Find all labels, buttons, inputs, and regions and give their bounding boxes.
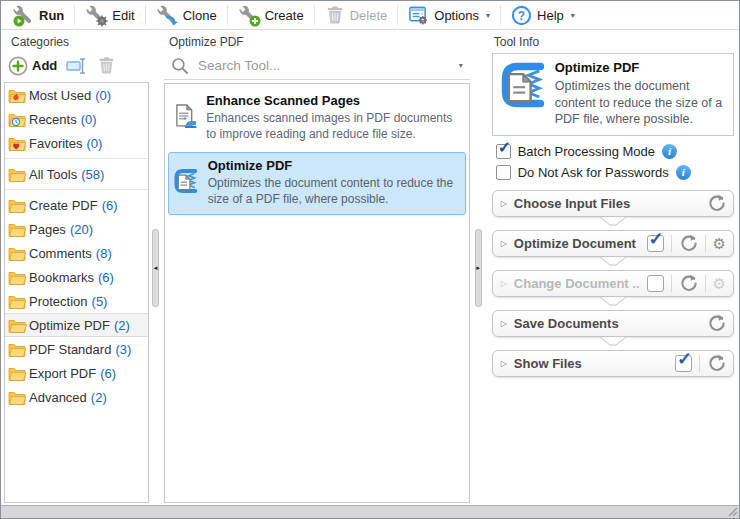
category-item-pages[interactable]: Pages (20) — [5, 217, 148, 241]
add-category-button[interactable]: Add — [8, 56, 57, 76]
plus-badge-icon — [249, 15, 261, 27]
reset-icon[interactable] — [707, 314, 726, 333]
tools-panel: Optimize PDF ▾ Enhanc — [162, 30, 472, 505]
run-button[interactable]: Run — [5, 2, 71, 28]
edit-label: Edit — [112, 8, 134, 23]
do-not-ask-passwords-option: ✓ Do Not Ask for Passwords i — [487, 162, 735, 183]
category-item-create-pdf[interactable]: Create PDF (6) — [5, 193, 148, 217]
section-label: Choose Input Files — [514, 196, 700, 211]
do-not-ask-passwords-checkbox[interactable]: ✓ — [496, 165, 511, 180]
category-item-bookmarks[interactable]: Bookmarks (6) — [5, 265, 148, 289]
folder-icon — [8, 390, 29, 405]
optimize-document-checkbox[interactable]: ✓ — [647, 235, 664, 252]
edit-button[interactable]: Edit — [78, 2, 141, 28]
categories-toolbar: Add — [4, 52, 149, 82]
reset-icon[interactable] — [679, 234, 698, 253]
category-count: (0) — [95, 88, 111, 103]
category-label: Comments — [29, 246, 92, 261]
icon-separator — [671, 235, 672, 252]
category-label: All Tools — [29, 167, 77, 182]
show-files-header[interactable]: ▷ Show Files ✓ — [492, 350, 734, 377]
folder-flame-icon — [8, 88, 29, 103]
info-icon[interactable]: i — [676, 165, 691, 180]
reset-icon[interactable] — [679, 274, 698, 293]
clone-button[interactable]: Clone — [149, 2, 224, 28]
icon-separator — [671, 275, 672, 292]
search-input[interactable] — [196, 57, 450, 74]
gear-icon[interactable]: ⚙ — [713, 236, 726, 251]
expand-chevron-icon: ▷ — [501, 199, 507, 208]
category-label: Create PDF — [29, 198, 98, 213]
help-caret-icon: ▾ — [571, 11, 575, 20]
trash-icon — [325, 5, 345, 25]
category-item-optimize-pdf[interactable]: Optimize PDF (2) — [5, 313, 148, 337]
collapse-right-handle[interactable]: ► — [475, 229, 482, 307]
section-label: Optimize Document — [514, 236, 640, 251]
category-item-most-used[interactable]: Most Used (0) — [5, 83, 148, 107]
section-optimize-document: ▷ Optimize Document ✓ ⚙ — [492, 230, 734, 257]
category-count: (20) — [70, 222, 93, 237]
help-button[interactable]: ? Help ▾ — [504, 3, 582, 28]
folder-icon — [8, 366, 29, 381]
reset-icon[interactable] — [707, 194, 726, 213]
gear-icon[interactable]: ⚙ — [713, 276, 726, 291]
resize-grip[interactable] — [727, 506, 738, 517]
tool-list: Enhance Scanned Pages Enhances scanned i… — [164, 83, 470, 503]
category-item-comments[interactable]: Comments (8) — [5, 241, 148, 265]
delete-button[interactable]: Delete — [318, 3, 395, 27]
connector-arrow-icon — [600, 217, 626, 226]
toolbar-separator — [74, 5, 75, 25]
options-button[interactable]: Options ▾ — [401, 3, 497, 28]
tool-item-optimize-pdf[interactable]: Optimize PDF Optimizes the document cont… — [168, 152, 466, 215]
category-item-export-pdf[interactable]: Export PDF (6) — [5, 361, 148, 385]
section-label: Save Documents — [514, 316, 700, 331]
category-count: (3) — [115, 342, 131, 357]
batch-processing-label: Batch Processing Mode — [518, 144, 655, 159]
search-dropdown-caret-icon[interactable]: ▾ — [459, 61, 463, 70]
tool-item-title: Enhance Scanned Pages — [206, 93, 459, 108]
batch-processing-checkbox[interactable]: ✓ — [496, 144, 511, 159]
connector-arrow-icon — [600, 297, 626, 306]
category-label: Bookmarks — [29, 270, 94, 285]
connector-arrow-icon — [600, 337, 626, 346]
clone-wrench-icon — [156, 4, 178, 26]
rename-category-icon[interactable] — [66, 57, 88, 75]
tool-item-enhance-scanned-pages[interactable]: Enhance Scanned Pages Enhances scanned i… — [168, 87, 466, 150]
toolbar-separator — [500, 5, 501, 25]
category-count: (58) — [81, 167, 104, 182]
reset-icon[interactable] — [707, 354, 726, 373]
category-item-favorites[interactable]: Favorites (0) — [5, 131, 148, 155]
optimize-document-header[interactable]: ▷ Optimize Document ✓ ⚙ — [492, 230, 734, 257]
info-icon[interactable]: i — [662, 144, 677, 159]
collapse-left-handle[interactable]: ◄ — [152, 229, 159, 307]
folder-icon — [8, 294, 29, 309]
tool-steps: ▷ Choose Input Files ▷ Optimize Document… — [492, 190, 734, 390]
category-item-pdf-standard[interactable]: PDF Standard (3) — [5, 337, 148, 361]
category-item-all-tools[interactable]: All Tools (58) — [5, 162, 148, 186]
category-item-advanced[interactable]: Advanced (2) — [5, 385, 148, 409]
create-label: Create — [265, 8, 304, 23]
tool-info-box: Optimize PDF Optimizes the document cont… — [492, 53, 734, 136]
category-count: (0) — [86, 136, 102, 151]
category-label: Most Used — [29, 88, 91, 103]
main-toolbar: Run Edit Clone Create — [1, 1, 739, 30]
change-document-header[interactable]: ▷ Change Document .. ✓ ⚙ — [492, 270, 734, 297]
category-item-protection[interactable]: Protection (5) — [5, 289, 148, 313]
show-files-checkbox[interactable]: ✓ — [675, 355, 692, 372]
tool-info-panel: Tool Info Optimize PDF Optimizes the doc… — [485, 30, 739, 505]
categories-list: Most Used (0) Recents (0) Favorites (0) … — [4, 82, 149, 503]
save-documents-header[interactable]: ▷ Save Documents — [492, 310, 734, 337]
options-caret-icon: ▾ — [486, 11, 490, 20]
category-item-recents[interactable]: Recents (0) — [5, 107, 148, 131]
tool-item-text: Enhance Scanned Pages Enhances scanned i… — [206, 93, 459, 142]
create-button[interactable]: Create — [231, 2, 311, 28]
choose-input-files-header[interactable]: ▷ Choose Input Files — [492, 190, 734, 217]
delete-category-icon[interactable] — [97, 56, 116, 75]
change-document-checkbox[interactable]: ✓ — [647, 275, 664, 292]
optimize-pdf-large-icon — [499, 60, 547, 110]
collapse-left-icon: ◄ — [153, 265, 159, 271]
section-choose-input-files: ▷ Choose Input Files — [492, 190, 734, 217]
category-label: Recents — [29, 112, 77, 127]
category-label: Advanced — [29, 390, 87, 405]
toolbar-separator — [145, 5, 146, 25]
